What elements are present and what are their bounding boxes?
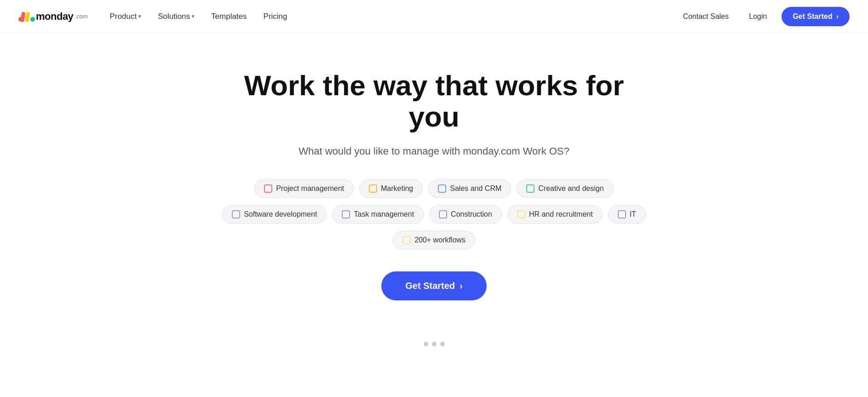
chip-task-management[interactable]: Task management — [332, 205, 424, 224]
checkbox-construction — [439, 210, 447, 219]
nav-item-templates[interactable]: Templates — [204, 8, 254, 25]
checkbox-it — [618, 210, 626, 219]
chips-container: Project management Marketing Sales and C… — [222, 179, 646, 249]
chip-it[interactable]: IT — [608, 205, 646, 224]
arrow-icon: › — [836, 12, 839, 21]
navbar: monday.com Product ▾ Solutions ▾ Templat… — [0, 0, 868, 33]
pagination-dots — [0, 328, 868, 351]
get-started-hero-button[interactable]: Get Started › — [381, 271, 486, 300]
logo-wordmark: monday — [36, 11, 73, 23]
checkbox-project-management — [264, 184, 272, 193]
chips-row-2: Software development Task management Con… — [222, 205, 646, 224]
dot-3 — [440, 342, 445, 346]
svg-rect-1 — [20, 12, 25, 22]
svg-rect-2 — [25, 12, 30, 22]
hero-section: Work the way that works for you What wou… — [0, 33, 868, 328]
contact-sales-link[interactable]: Contact Sales — [678, 9, 735, 24]
get-started-nav-button[interactable]: Get Started › — [782, 7, 850, 26]
navbar-right: Contact Sales Login Get Started › — [678, 7, 850, 26]
chip-marketing[interactable]: Marketing — [359, 179, 423, 198]
checkbox-marketing — [369, 184, 377, 193]
checkbox-sales-crm — [438, 184, 446, 193]
arrow-icon: › — [460, 281, 463, 291]
navbar-left: monday.com Product ▾ Solutions ▾ Templat… — [18, 8, 295, 25]
dot-1 — [424, 342, 428, 346]
chevron-down-icon: ▾ — [192, 13, 195, 19]
chip-construction[interactable]: Construction — [429, 205, 502, 224]
nav-item-pricing[interactable]: Pricing — [256, 8, 295, 25]
checkbox-workflows — [402, 236, 411, 244]
nav-item-product[interactable]: Product ▾ — [103, 8, 149, 25]
nav-links: Product ▾ Solutions ▾ Templates Pricing — [103, 8, 295, 25]
chips-row-3: 200+ workflows — [393, 231, 475, 249]
chips-row-1: Project management Marketing Sales and C… — [254, 179, 613, 198]
checkbox-task-management — [342, 210, 350, 219]
login-link[interactable]: Login — [743, 9, 772, 24]
chip-creative-design[interactable]: Creative and design — [517, 179, 613, 198]
chevron-down-icon: ▾ — [138, 13, 141, 19]
chip-sales-crm[interactable]: Sales and CRM — [428, 179, 511, 198]
svg-point-3 — [30, 17, 35, 22]
checkbox-software-development — [232, 210, 240, 219]
checkbox-hr-recruitment — [517, 210, 525, 219]
chip-workflows[interactable]: 200+ workflows — [393, 231, 475, 249]
chip-project-management[interactable]: Project management — [254, 179, 354, 198]
logo-suffix: .com — [75, 13, 87, 20]
chip-software-development[interactable]: Software development — [222, 205, 327, 224]
chip-hr-recruitment[interactable]: HR and recruitment — [507, 205, 603, 224]
monday-logo-svg — [18, 10, 35, 23]
hero-subtitle: What would you like to manage with monda… — [299, 145, 569, 157]
checkbox-creative-design — [526, 184, 535, 193]
logo-icon: monday.com — [18, 10, 88, 23]
hero-title: Work the way that works for you — [227, 70, 641, 132]
logo[interactable]: monday.com — [18, 10, 88, 23]
nav-item-solutions[interactable]: Solutions ▾ — [150, 8, 202, 25]
dot-2 — [432, 342, 437, 346]
